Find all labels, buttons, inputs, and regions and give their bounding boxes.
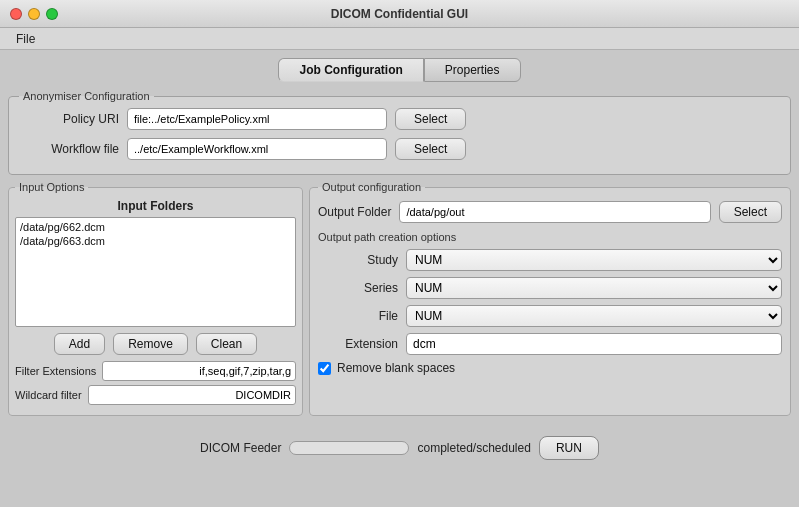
filter-extensions-row: Filter Extensions xyxy=(15,361,296,381)
series-row: Series NUM UID NAME xyxy=(318,277,782,299)
output-folder-input[interactable] xyxy=(399,201,710,223)
remove-button[interactable]: Remove xyxy=(113,333,188,355)
study-label: Study xyxy=(318,253,398,267)
remove-blank-spaces-checkbox[interactable] xyxy=(318,362,331,375)
input-options-panel: Input Options Input Folders /data/pg/662… xyxy=(8,181,303,416)
extension-label: Extension xyxy=(318,337,398,351)
wildcard-filter-input[interactable] xyxy=(88,385,296,405)
output-folder-label: Output Folder xyxy=(318,205,391,219)
series-select[interactable]: NUM UID NAME xyxy=(406,277,782,299)
progress-bar xyxy=(289,441,409,455)
output-config-legend: Output configuration xyxy=(318,181,425,193)
output-path-title: Output path creation options xyxy=(318,231,782,243)
workflow-file-label: Workflow file xyxy=(19,142,119,156)
policy-uri-label: Policy URI xyxy=(19,112,119,126)
extension-row: Extension xyxy=(318,333,782,355)
input-folders-header: Input Folders xyxy=(15,199,296,213)
workflow-file-select-button[interactable]: Select xyxy=(395,138,466,160)
folder-buttons-row: Add Remove Clean xyxy=(15,333,296,355)
file-dropdown-wrapper: NUM UID NAME xyxy=(406,305,782,327)
window-buttons xyxy=(10,8,58,20)
remove-blank-spaces-label: Remove blank spaces xyxy=(337,361,455,375)
policy-uri-input[interactable] xyxy=(127,108,387,130)
tab-properties[interactable]: Properties xyxy=(424,58,521,82)
add-button[interactable]: Add xyxy=(54,333,105,355)
extension-input[interactable] xyxy=(406,333,782,355)
menu-file[interactable]: File xyxy=(8,30,43,48)
maximize-button[interactable] xyxy=(46,8,58,20)
input-options-legend: Input Options xyxy=(15,181,88,193)
completed-label: completed/scheduled xyxy=(417,441,530,455)
anonymiser-configuration-panel: Anonymiser Configuration Policy URI Sele… xyxy=(8,90,791,175)
wildcard-filter-label: Wildcard filter xyxy=(15,389,82,401)
output-folder-row: Output Folder Select xyxy=(318,201,782,223)
remove-blank-spaces-row: Remove blank spaces xyxy=(318,361,782,375)
study-dropdown-wrapper: NUM UID NAME xyxy=(406,249,782,271)
clean-button[interactable]: Clean xyxy=(196,333,257,355)
workflow-file-input[interactable] xyxy=(127,138,387,160)
minimize-button[interactable] xyxy=(28,8,40,20)
policy-uri-select-button[interactable]: Select xyxy=(395,108,466,130)
footer: DICOM Feeder completed/scheduled RUN xyxy=(0,430,799,466)
titlebar: DICOM Confidential GUI xyxy=(0,0,799,28)
file-row: File NUM UID NAME xyxy=(318,305,782,327)
main-content: Job Configuration Properties Anonymiser … xyxy=(0,50,799,430)
lower-section: Input Options Input Folders /data/pg/662… xyxy=(8,181,791,422)
dicom-feeder-label: DICOM Feeder xyxy=(200,441,281,455)
filter-extensions-label: Filter Extensions xyxy=(15,365,96,377)
series-label: Series xyxy=(318,281,398,295)
anonymiser-legend: Anonymiser Configuration xyxy=(19,90,154,102)
output-config-panel: Output configuration Output Folder Selec… xyxy=(309,181,791,416)
close-button[interactable] xyxy=(10,8,22,20)
study-row: Study NUM UID NAME xyxy=(318,249,782,271)
list-item: /data/pg/662.dcm xyxy=(20,220,291,234)
wildcard-filter-row: Wildcard filter xyxy=(15,385,296,405)
series-dropdown-wrapper: NUM UID NAME xyxy=(406,277,782,299)
policy-uri-row: Policy URI Select xyxy=(19,108,780,130)
study-select[interactable]: NUM UID NAME xyxy=(406,249,782,271)
list-item: /data/pg/663.dcm xyxy=(20,234,291,248)
file-select[interactable]: NUM UID NAME xyxy=(406,305,782,327)
tab-job-configuration[interactable]: Job Configuration xyxy=(278,58,423,82)
filter-extensions-input[interactable] xyxy=(102,361,296,381)
output-folder-select-button[interactable]: Select xyxy=(719,201,782,223)
file-label: File xyxy=(318,309,398,323)
workflow-file-row: Workflow file Select xyxy=(19,138,780,160)
window-title: DICOM Confidential GUI xyxy=(331,7,468,21)
run-button[interactable]: RUN xyxy=(539,436,599,460)
tabs-bar: Job Configuration Properties xyxy=(8,58,791,82)
menubar: File xyxy=(0,28,799,50)
folders-list: /data/pg/662.dcm /data/pg/663.dcm xyxy=(15,217,296,327)
